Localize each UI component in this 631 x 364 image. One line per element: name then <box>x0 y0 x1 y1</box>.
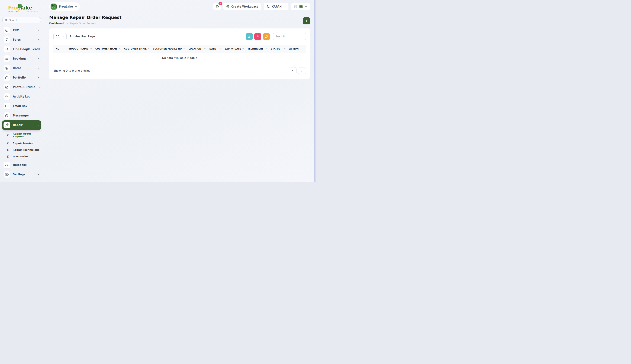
chevron-right-icon <box>37 173 39 176</box>
undo-button[interactable] <box>254 34 261 40</box>
sidebar-item-label: Photo & Studio <box>13 86 35 89</box>
repair-submenu: Repair Order Request Repair Invoice Repa… <box>2 130 41 160</box>
sidebar-item-sales[interactable]: Sales <box>2 35 41 44</box>
headphones-icon <box>4 162 10 168</box>
submenu-item-warranties[interactable]: Warranties <box>4 153 41 160</box>
sort-icon <box>90 48 92 50</box>
topbar: FrogLake 0 Create Workspace KAPAN <box>49 2 310 11</box>
column-header-no: NO <box>56 48 68 50</box>
plus-circle-icon <box>226 5 230 8</box>
sidebar-item-bookings[interactable]: Bookings <box>2 54 41 64</box>
column-header-location[interactable]: LOCATION <box>189 48 209 50</box>
sidebar-item-label: Activity Log <box>13 95 39 98</box>
add-repair-order-button[interactable] <box>303 17 310 24</box>
chat-badge: 0 <box>219 2 222 5</box>
team-switcher[interactable]: KAPAN <box>264 3 288 10</box>
frog-logo-icon <box>17 4 23 9</box>
bullet-ring-icon <box>7 148 9 151</box>
search-leads-icon <box>4 46 10 52</box>
table-search-input[interactable] <box>273 33 306 40</box>
column-header-customer-mobile-no[interactable]: CUSTOMER MOBILE NO <box>153 48 189 50</box>
team-label: KAPAN <box>272 5 282 8</box>
sidebar-item-label: Settings <box>13 173 34 176</box>
sidebar-item-label: Repair <box>13 124 34 127</box>
wrench-icon <box>4 122 10 128</box>
sidebar-search-input[interactable] <box>9 18 39 22</box>
workspace-name: FrogLake <box>59 5 73 8</box>
column-header-technician[interactable]: TECHNICIAN <box>248 48 271 50</box>
column-header-customer-email[interactable]: CUSTOMER EMAIL <box>124 48 153 50</box>
submenu-item-label: Repair Technicians <box>13 148 40 151</box>
entries-per-page-value: 10 <box>56 35 60 38</box>
chevron-right-icon <box>66 22 68 24</box>
refresh-button[interactable] <box>263 34 270 40</box>
breadcrumb-current: Repair Order Request <box>70 22 97 25</box>
column-header-expiry-date[interactable]: EXPIRY DATE <box>225 48 248 50</box>
export-download-button[interactable] <box>246 34 253 40</box>
page-title: Manage Repair Order Request <box>49 15 122 20</box>
table-header-row: NO PRODUCT NAME CUSTOMER NAME CUSTOMER E… <box>54 44 306 53</box>
pagination <box>289 67 306 74</box>
sidebar-item-rotas[interactable]: Rotas <box>2 64 41 73</box>
undo-arrow-icon <box>256 35 259 38</box>
workspace-switcher[interactable]: FrogLake <box>49 2 80 11</box>
sidebar: Froglake Innovations Technology CRM Sale… <box>0 0 43 182</box>
sidebar-item-email-box[interactable]: EMail Box <box>2 101 41 111</box>
create-workspace-label: Create Workspace <box>231 5 258 8</box>
chevron-right-icon <box>37 38 39 41</box>
bullet-ring-icon <box>7 155 9 158</box>
sidebar-item-helpdesk[interactable]: Helpdesk <box>2 160 41 170</box>
create-workspace-button[interactable]: Create Workspace <box>223 3 261 10</box>
sidebar-item-label: Helpdesk <box>13 164 39 166</box>
sidebar-item-settings[interactable]: Settings <box>2 170 41 179</box>
page-scrollbar[interactable] <box>314 0 316 182</box>
camera-plus-icon <box>4 84 10 90</box>
submenu-item-label: Repair Invoice <box>13 142 33 144</box>
column-header-customer-name[interactable]: CUSTOMER NAME <box>96 48 124 50</box>
chevron-right-icon <box>301 70 303 72</box>
chevron-right-icon <box>38 86 41 88</box>
submenu-item-repair-order-request[interactable]: Repair Order Request <box>4 130 41 140</box>
column-header-date[interactable]: DATE <box>209 48 225 50</box>
app-logo: Froglake Innovations Technology <box>8 4 38 15</box>
page-header: Manage Repair Order Request Dashboard Re… <box>49 15 310 25</box>
table-footer: Showing 0 to 0 of 0 entries <box>54 67 306 74</box>
sidebar-item-repair[interactable]: Repair <box>2 120 41 130</box>
search-icon <box>5 19 8 22</box>
gear-icon <box>4 171 10 178</box>
sidebar-item-messenger[interactable]: Messenger <box>2 111 41 120</box>
table-empty-message: No data available in table <box>54 53 306 63</box>
column-header-product-name[interactable]: PRODUCT NAME <box>68 48 96 50</box>
activity-icon <box>4 93 10 100</box>
briefcase-icon <box>4 74 10 81</box>
column-header-action: ACTION <box>289 48 304 50</box>
submenu-item-repair-invoice[interactable]: Repair Invoice <box>4 140 41 146</box>
chat-button[interactable]: 0 <box>213 3 221 10</box>
sidebar-item-find-google-leads[interactable]: Find Google Leads <box>2 44 41 54</box>
submenu-item-label: Warranties <box>13 155 29 158</box>
breadcrumb-dashboard-link[interactable]: Dashboard <box>49 22 64 25</box>
sidebar-item-activity-log[interactable]: Activity Log <box>2 92 41 101</box>
entries-per-page-select[interactable]: 10 <box>54 33 67 40</box>
sort-icon <box>204 48 206 50</box>
pagination-next-button[interactable] <box>298 67 306 74</box>
sort-icon <box>148 48 150 50</box>
sidebar-search[interactable] <box>3 17 41 23</box>
language-switcher[interactable]: EN <box>291 3 310 10</box>
submenu-item-repair-technicians[interactable]: Repair Technicians <box>4 146 41 153</box>
sidebar-item-photo-studio[interactable]: Photo & Studio <box>2 82 41 92</box>
plus-icon <box>305 19 308 23</box>
repair-orders-card: 10 Entries Per Page <box>49 28 310 79</box>
sidebar-item-crm[interactable]: CRM <box>2 26 41 35</box>
chevron-right-icon <box>37 67 39 70</box>
chevron-down-icon <box>283 6 286 8</box>
mail-icon <box>4 103 10 110</box>
column-header-status[interactable]: STATUS <box>271 48 289 50</box>
sort-icon <box>284 48 286 50</box>
sidebar-item-label: EMail Box <box>13 104 39 108</box>
message-dots-icon <box>215 5 219 8</box>
language-label: EN <box>299 5 303 8</box>
pagination-prev-button[interactable] <box>289 67 297 74</box>
sidebar-item-portfolio[interactable]: Portfolio <box>2 73 41 82</box>
sidebar-item-label: Portfolio <box>13 76 34 79</box>
